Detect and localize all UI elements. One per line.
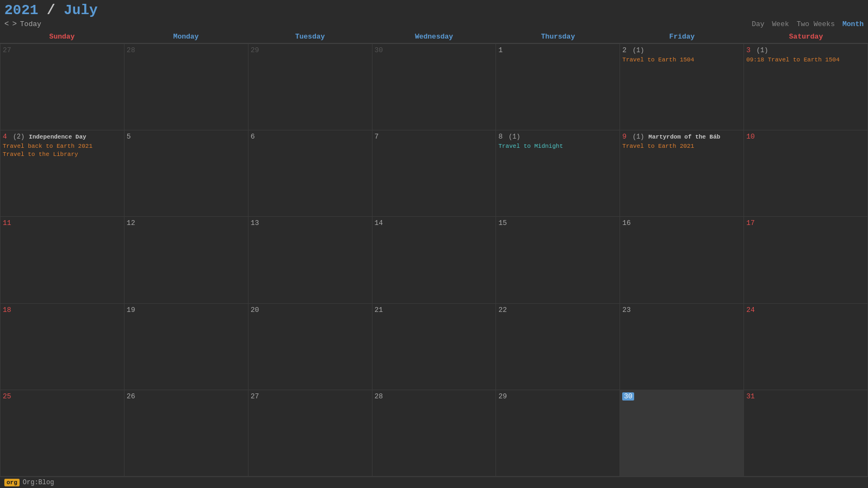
- table-row[interactable]: 31: [744, 390, 868, 477]
- today-button[interactable]: Today: [20, 20, 41, 28]
- list-item[interactable]: Travel to Midnight: [498, 142, 617, 150]
- list-item[interactable]: Travel to Earth 1504: [622, 56, 741, 64]
- table-row[interactable]: 18: [1, 304, 125, 390]
- table-row[interactable]: 27: [1, 44, 125, 130]
- prev-button[interactable]: <: [4, 20, 9, 28]
- table-row[interactable]: 2 (1) Travel to Earth 1504: [620, 44, 744, 130]
- day-header-monday: Monday: [124, 30, 248, 43]
- table-row[interactable]: 30: [373, 44, 497, 130]
- table-row[interactable]: 27: [249, 390, 373, 477]
- table-row[interactable]: 28: [373, 390, 497, 477]
- footer-tag[interactable]: org: [4, 479, 20, 486]
- list-item[interactable]: Travel to the Library: [3, 151, 122, 158]
- day-headers: Sunday Monday Tuesday Wednesday Thursday…: [0, 30, 868, 43]
- table-row[interactable]: 12: [125, 217, 249, 303]
- day-header-thursday: Thursday: [496, 30, 620, 43]
- table-row[interactable]: 8 (1) Travel to Midnight: [496, 130, 620, 217]
- table-row[interactable]: 7: [373, 130, 497, 217]
- table-row[interactable]: 11: [1, 217, 125, 303]
- table-row[interactable]: 16: [620, 217, 744, 303]
- table-row[interactable]: 1: [496, 44, 620, 130]
- day-header-friday: Friday: [620, 30, 744, 43]
- table-row[interactable]: 24: [744, 304, 868, 390]
- view-day[interactable]: Day: [752, 20, 764, 28]
- table-row[interactable]: 29: [496, 390, 620, 477]
- next-button[interactable]: >: [12, 20, 16, 28]
- table-row[interactable]: 14: [373, 217, 497, 303]
- day-header-tuesday: Tuesday: [248, 30, 372, 43]
- table-row[interactable]: 29: [249, 44, 373, 130]
- page-title: 2021 / July: [4, 2, 98, 18]
- table-row[interactable]: 10: [744, 130, 868, 217]
- table-row[interactable]: 28: [125, 44, 249, 130]
- list-item[interactable]: Travel back to Earth 2021: [3, 142, 122, 150]
- list-item[interactable]: Travel to Earth 2021: [622, 142, 741, 150]
- list-item[interactable]: 09:18 Travel to Earth 1504: [746, 56, 865, 64]
- view-two-weeks[interactable]: Two Weeks: [797, 20, 835, 28]
- table-row[interactable]: 30: [620, 390, 744, 477]
- table-row[interactable]: 15: [496, 217, 620, 303]
- table-row[interactable]: 9 (1) Martyrdom of the Báb Travel to Ear…: [620, 130, 744, 217]
- table-row[interactable]: 23: [620, 304, 744, 390]
- table-row[interactable]: 6: [249, 130, 373, 217]
- table-row[interactable]: 19: [125, 304, 249, 390]
- view-week[interactable]: Week: [772, 20, 789, 28]
- table-row[interactable]: 4 (2) Independence Day Travel back to Ea…: [1, 130, 125, 217]
- table-row[interactable]: 13: [249, 217, 373, 303]
- table-row[interactable]: 20: [249, 304, 373, 390]
- table-row[interactable]: 5: [125, 130, 249, 217]
- footer: org Org:Blog: [0, 477, 868, 488]
- view-month[interactable]: Month: [842, 20, 864, 28]
- calendar-grid: 27 28 29 30 1 2 (1) Travel to Earth 1504…: [0, 43, 868, 477]
- day-header-wednesday: Wednesday: [372, 30, 496, 43]
- table-row[interactable]: 3 (1) 09:18 Travel to Earth 1504: [744, 44, 868, 130]
- table-row[interactable]: 21: [373, 304, 497, 390]
- day-header-saturday: Saturday: [744, 30, 868, 43]
- view-switcher: Day Week Two Weeks Month: [752, 20, 864, 28]
- table-row[interactable]: 22: [496, 304, 620, 390]
- table-row[interactable]: 26: [125, 390, 249, 477]
- day-header-sunday: Sunday: [0, 30, 124, 43]
- footer-label: Org:Blog: [23, 479, 54, 486]
- table-row[interactable]: 25: [1, 390, 125, 477]
- table-row[interactable]: 17: [744, 217, 868, 303]
